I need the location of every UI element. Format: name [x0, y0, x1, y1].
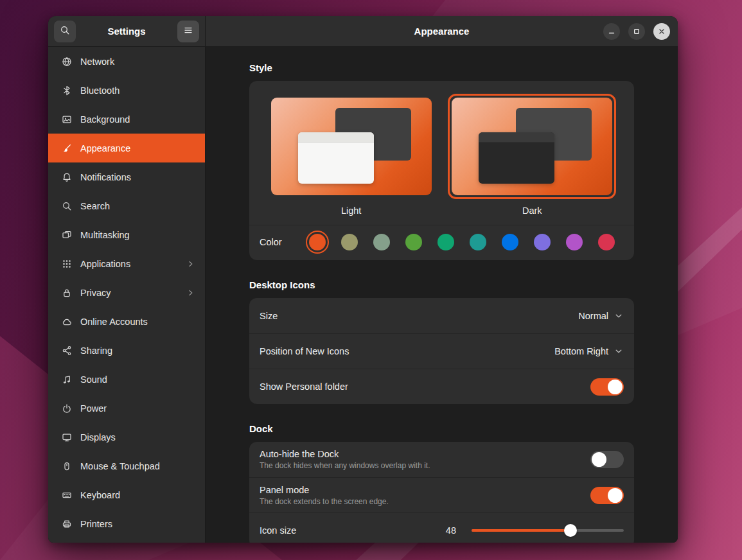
sidebar-item-keyboard[interactable]: Keyboard [48, 480, 205, 509]
slider-fill [472, 529, 570, 532]
sidebar-item-label: Keyboard [80, 490, 120, 500]
row-label: Icon size [260, 525, 296, 536]
sidebar-item-sound[interactable]: Sound [48, 365, 205, 394]
sidebar-item-notifications[interactable]: Notifications [48, 162, 205, 191]
sidebar-item-sharing[interactable]: Sharing [48, 336, 205, 365]
close-button[interactable] [653, 23, 670, 40]
size-value: Normal [578, 311, 608, 321]
row-subtitle: The dock hides when any windows overlap … [260, 461, 430, 470]
autohide-dock-toggle[interactable] [590, 451, 624, 468]
sidebar-item-bluetooth[interactable]: Bluetooth [48, 76, 205, 105]
power-icon [62, 403, 72, 414]
toggle-knob [608, 488, 623, 503]
color-swatches [309, 234, 624, 250]
dock-card: Auto-hide the Dock The dock hides when a… [249, 442, 634, 543]
autohide-dock-row: Auto-hide the Dock The dock hides when a… [249, 442, 634, 477]
sidebar-item-multitasking[interactable]: Multitasking [48, 220, 205, 249]
icon-position-setting-row[interactable]: Position of New Icons Bottom Right [249, 333, 634, 369]
color-swatch-blue[interactable] [502, 234, 518, 250]
row-subtitle: The dock extends to the screen edge. [260, 497, 389, 506]
sidebar-item-label: Background [80, 114, 130, 125]
sidebar-item-printers[interactable]: Printers [48, 509, 205, 538]
sidebar-item-label: Sound [80, 374, 107, 385]
accent-color-row: Color [249, 225, 634, 260]
theme-option-dark[interactable]: Dark [448, 94, 616, 216]
row-label: Panel mode [260, 485, 389, 495]
mouse-icon [62, 461, 72, 471]
chevron-down-icon [614, 346, 624, 356]
hamburger-icon [183, 25, 193, 38]
color-swatch-red[interactable] [598, 234, 615, 250]
search-icon [60, 25, 70, 38]
sidebar-item-label: Applications [80, 259, 130, 269]
desktop-icons-heading: Desktop Icons [249, 279, 634, 290]
personal-folder-toggle[interactable] [590, 378, 624, 396]
toggle-knob [592, 452, 606, 467]
color-swatch-purple[interactable] [534, 234, 551, 250]
desktop-icons-card: Size Normal Position of New Icons Bottom… [249, 298, 634, 404]
theme-previews: Light Dark [249, 81, 634, 225]
lock-icon [62, 288, 72, 298]
sidebar-item-label: Sharing [80, 346, 112, 356]
row-label: Show Personal folder [260, 381, 348, 392]
panel-mode-toggle[interactable] [590, 487, 624, 504]
row-label: Auto-hide the Dock [260, 449, 430, 459]
maximize-button[interactable] [628, 23, 645, 40]
color-swatch-viridian[interactable] [437, 234, 454, 250]
sidebar-item-label: Notifications [80, 172, 131, 182]
sidebar-item-search[interactable]: Search [48, 191, 205, 220]
sidebar-item-background[interactable]: Background [48, 105, 205, 134]
minimize-icon [606, 26, 617, 37]
sidebar-item-network[interactable]: Network [48, 47, 205, 76]
theme-label: Light [341, 206, 361, 216]
color-swatch-orange[interactable] [309, 234, 326, 250]
sidebar: Network Bluetooth Background Appearance … [48, 47, 206, 543]
sidebar-item-appearance[interactable]: Appearance [48, 134, 205, 162]
sidebar-item-label: Power [80, 403, 107, 414]
color-label: Color [260, 237, 282, 247]
sidebar-item-label: Network [80, 57, 114, 67]
sidebar-item-power[interactable]: Power [48, 394, 205, 423]
network-icon [62, 57, 72, 67]
theme-option-light[interactable]: Light [267, 94, 436, 216]
color-swatch-sage[interactable] [373, 234, 390, 250]
sidebar-item-label: Printers [80, 519, 112, 529]
keyboard-icon [62, 490, 72, 500]
cloud-icon [62, 317, 72, 327]
sidebar-item-label: Bluetooth [80, 85, 119, 96]
minimize-button[interactable] [603, 23, 620, 40]
icon-size-setting-row[interactable]: Size Normal [249, 298, 634, 333]
position-value: Bottom Right [554, 346, 608, 356]
sidebar-item-applications[interactable]: Applications [48, 249, 205, 278]
sidebar-item-displays[interactable]: Displays [48, 423, 205, 451]
panel-mode-row: Panel mode The dock extends to the scree… [249, 477, 634, 512]
search-button[interactable] [54, 21, 76, 42]
color-swatch-bark[interactable] [341, 234, 358, 250]
style-heading: Style [249, 62, 634, 73]
row-label: Position of New Icons [260, 346, 349, 356]
sidebar-item-online-accounts[interactable]: Online Accounts [48, 307, 205, 336]
dock-icon-size-row: Icon size 48 [249, 512, 634, 543]
size-dropdown[interactable]: Normal [578, 311, 624, 321]
color-swatch-olive[interactable] [405, 234, 422, 250]
main-header: Appearance [206, 16, 678, 47]
color-swatch-prussian-green[interactable] [470, 234, 486, 250]
preview-front-window [479, 132, 554, 184]
background-image-icon [62, 114, 72, 125]
monitor-icon [62, 432, 72, 442]
color-swatch-magenta[interactable] [566, 234, 583, 250]
theme-preview-dark [452, 98, 612, 195]
chevron-right-icon [186, 288, 196, 298]
position-dropdown[interactable]: Bottom Right [554, 346, 624, 356]
sidebar-item-mouse-touchpad[interactable]: Mouse & Touchpad [48, 451, 205, 480]
sidebar-item-privacy[interactable]: Privacy [48, 278, 205, 307]
sidebar-item-label: Search [80, 201, 110, 211]
toggle-knob [608, 380, 623, 394]
windows-overlap-icon [62, 230, 72, 240]
paintbrush-icon [62, 143, 72, 153]
menu-button[interactable] [177, 21, 199, 42]
icon-size-slider[interactable] [472, 522, 624, 539]
share-nodes-icon [62, 346, 72, 356]
bell-icon [62, 172, 72, 182]
slider-knob[interactable] [564, 524, 577, 537]
